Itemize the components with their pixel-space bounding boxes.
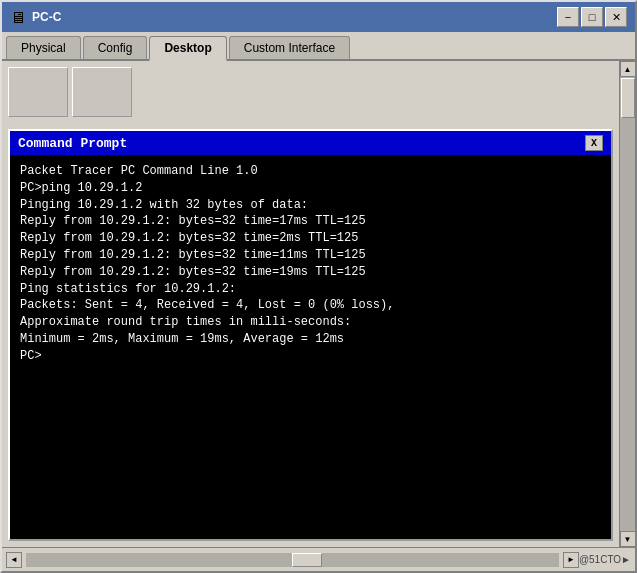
bottom-bar: ◄ ► @51CTO►	[2, 547, 635, 571]
tab-desktop[interactable]: Desktop	[149, 36, 226, 61]
scroll-left-button[interactable]: ◄	[6, 552, 22, 568]
scroll-right-button[interactable]: ►	[563, 552, 579, 568]
cmd-line-8: Reply from 10.29.1.2: bytes=32 time=11ms…	[20, 247, 601, 264]
horizontal-scroll-track[interactable]	[26, 553, 559, 567]
cmd-line-9: Reply from 10.29.1.2: bytes=32 time=19ms…	[20, 264, 601, 281]
cmd-line-7: Reply from 10.29.1.2: bytes=32 time=2ms …	[20, 230, 601, 247]
title-bar-left: 🖥 PC-C	[10, 9, 61, 25]
cmd-line-1: Packet Tracer PC Command Line 1.0	[20, 163, 601, 180]
horizontal-scroll-thumb[interactable]	[292, 553, 322, 567]
cmd-line-14: Minimum = 2ms, Maximum = 19ms, Average =…	[20, 331, 601, 348]
toolbar	[8, 67, 613, 117]
cmd-body[interactable]: Packet Tracer PC Command Line 1.0 PC>pin…	[10, 155, 611, 539]
cmd-close-button[interactable]: X	[585, 135, 603, 151]
app-icon: 🖥	[10, 9, 26, 25]
scroll-thumb[interactable]	[621, 78, 635, 118]
status-label: @51CTO►	[579, 554, 631, 565]
right-scrollbar: ▲ ▼	[619, 61, 635, 547]
maximize-button[interactable]: □	[581, 7, 603, 27]
tab-bar: Physical Config Desktop Custom Interface	[2, 32, 635, 61]
tab-custom-interface[interactable]: Custom Interface	[229, 36, 350, 59]
tab-config[interactable]: Config	[83, 36, 148, 59]
title-bar: 🖥 PC-C − □ ✕	[2, 2, 635, 32]
cmd-title-bar: Command Prompt X	[10, 131, 611, 155]
cmd-line-11: Ping statistics for 10.29.1.2:	[20, 281, 601, 298]
window-title: PC-C	[32, 10, 61, 24]
cmd-line-4: Pinging 10.29.1.2 with 32 bytes of data:	[20, 197, 601, 214]
minimize-button[interactable]: −	[557, 7, 579, 27]
tab-physical[interactable]: Physical	[6, 36, 81, 59]
main-window: 🖥 PC-C − □ ✕ Physical Config Desktop Cus…	[0, 0, 637, 573]
scroll-up-button[interactable]: ▲	[620, 61, 636, 77]
scroll-down-button[interactable]: ▼	[620, 531, 636, 547]
cmd-line-13: Approximate round trip times in milli-se…	[20, 314, 601, 331]
cmd-line-2: PC>ping 10.29.1.2	[20, 180, 601, 197]
toolbar-icon-1[interactable]	[8, 67, 68, 117]
toolbar-icon-2[interactable]	[72, 67, 132, 117]
close-button[interactable]: ✕	[605, 7, 627, 27]
title-bar-controls: − □ ✕	[557, 7, 627, 27]
cmd-line-16: PC>	[20, 348, 601, 365]
cmd-title: Command Prompt	[18, 136, 127, 151]
cmd-line-6: Reply from 10.29.1.2: bytes=32 time=17ms…	[20, 213, 601, 230]
cmd-line-12: Packets: Sent = 4, Received = 4, Lost = …	[20, 297, 601, 314]
scroll-track[interactable]	[620, 77, 635, 531]
